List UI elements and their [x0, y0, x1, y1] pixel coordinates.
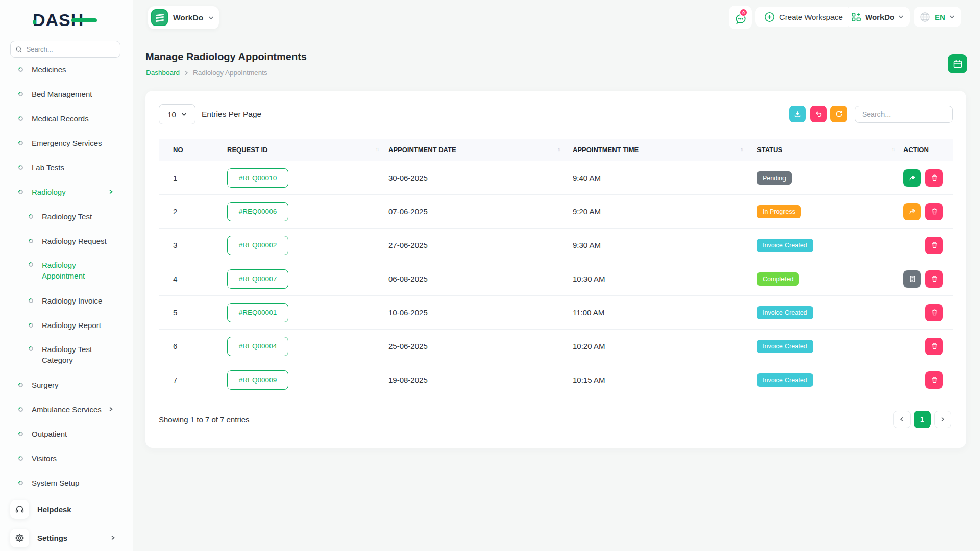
- sidebar-item-emergency-services[interactable]: Emergency Services: [0, 131, 133, 155]
- status-badge: Invoice Created: [757, 239, 813, 252]
- request-id-button[interactable]: #REQ00002: [227, 236, 288, 255]
- sort-icon: ↑↓: [740, 147, 743, 152]
- table-header-row: NO REQUEST ID↑↓ APPOINTMENT DATE↑↓ APPOI…: [159, 139, 953, 161]
- cell-appointment-time: 9:20 AM: [564, 194, 747, 228]
- request-id-button[interactable]: #REQ00004: [227, 337, 288, 356]
- sidebar-item-visitors[interactable]: Visitors: [0, 446, 133, 470]
- logo-bar: [71, 18, 97, 22]
- sidebar-item-radiology-test[interactable]: Radiology Test: [0, 204, 133, 229]
- create-workspace-button[interactable]: Create Workspace: [755, 7, 851, 27]
- delete-button[interactable]: [925, 169, 943, 187]
- col-header-appointment-time[interactable]: APPOINTMENT TIME↑↓: [564, 139, 747, 161]
- export-button[interactable]: [789, 106, 806, 122]
- breadcrumb-dashboard-link[interactable]: Dashboard: [146, 69, 180, 77]
- request-id-button[interactable]: #REQ00010: [227, 168, 288, 188]
- invoice-button[interactable]: [903, 270, 921, 288]
- refresh-icon: [835, 110, 843, 118]
- globe-icon: [920, 12, 930, 22]
- sidebar-item-radiology-request[interactable]: Radiology Request: [0, 229, 133, 253]
- cell-action: [898, 295, 953, 329]
- sidebar: DASH Medicines Bed Management Medical Re…: [0, 0, 133, 551]
- sidebar-item-radiology-report[interactable]: Radiology Report: [0, 313, 133, 337]
- cell-appointment-date: 25-06-2025: [382, 329, 564, 363]
- workspace-dropdown[interactable]: WorkDo: [846, 7, 910, 27]
- col-header-request-id[interactable]: REQUEST ID↑↓: [220, 139, 382, 161]
- sidebar-item-radiology[interactable]: Radiology: [0, 180, 133, 204]
- table-row: 2#REQ0000607-06-20259:20 AMIn Progress: [159, 194, 953, 228]
- refresh-button[interactable]: [830, 106, 847, 122]
- cell-status: Invoice Created: [747, 295, 898, 329]
- request-id-button[interactable]: #REQ00001: [227, 303, 288, 322]
- request-id-button[interactable]: #REQ00009: [227, 370, 288, 390]
- chevron-down-icon: [949, 15, 955, 19]
- take-action-button[interactable]: [903, 169, 921, 187]
- circle-icon: [17, 431, 24, 437]
- sidebar-item-system-setup[interactable]: System Setup: [0, 470, 133, 495]
- table-search-input[interactable]: [862, 110, 946, 118]
- delete-button[interactable]: [925, 270, 943, 288]
- cell-appointment-date: 30-06-2025: [382, 161, 564, 194]
- sidebar-search-input[interactable]: [27, 45, 115, 53]
- pagination-prev[interactable]: [893, 411, 911, 428]
- col-header-no[interactable]: NO: [159, 139, 220, 161]
- delete-button[interactable]: [925, 203, 943, 220]
- table-row: 1#REQ0001030-06-20259:40 AMPending: [159, 161, 953, 194]
- request-id-button[interactable]: #REQ00007: [227, 269, 288, 289]
- sidebar-item-radiology-test-category[interactable]: Radiology Test Category: [0, 337, 133, 372]
- reset-button[interactable]: [810, 106, 827, 122]
- download-icon: [794, 110, 801, 118]
- pagination-page-1[interactable]: 1: [914, 411, 931, 428]
- col-header-status[interactable]: STATUS↑↓: [747, 139, 898, 161]
- chevron-right-icon: [941, 417, 945, 422]
- sidebar-item-outpatient[interactable]: Outpatient: [0, 421, 133, 446]
- sidebar-item-medicines[interactable]: Medicines: [0, 57, 133, 82]
- sidebar-item-settings[interactable]: Settings: [0, 524, 133, 551]
- gear-icon: [15, 533, 24, 543]
- status-badge: Invoice Created: [757, 306, 813, 319]
- cell-status: Pending: [747, 161, 898, 194]
- sidebar-item-surgery[interactable]: Surgery: [0, 372, 133, 397]
- table-row: 4#REQ0000706-08-202510:30 AMCompleted: [159, 262, 953, 295]
- circle-icon: [17, 455, 24, 462]
- delete-button[interactable]: [925, 237, 943, 254]
- col-header-appointment-date[interactable]: APPOINTMENT DATE↑↓: [382, 139, 564, 161]
- circle-icon: [17, 91, 24, 97]
- forward-icon: [909, 174, 916, 182]
- sidebar-item-lab-tests[interactable]: Lab Tests: [0, 155, 133, 180]
- delete-button[interactable]: [925, 371, 943, 389]
- calendar-button[interactable]: [948, 54, 967, 73]
- sidebar-item-radiology-invoice[interactable]: Radiology Invoice: [0, 288, 133, 313]
- calendar-icon: [953, 59, 963, 69]
- cell-appointment-time: 10:15 AM: [564, 363, 747, 396]
- delete-button[interactable]: [925, 304, 943, 321]
- trash-icon: [930, 208, 938, 215]
- sidebar-item-medical-records[interactable]: Medical Records: [0, 106, 133, 131]
- take-action-button[interactable]: [903, 203, 921, 220]
- cell-appointment-date: 07-06-2025: [382, 194, 564, 228]
- table-row: 7#REQ0000919-08-202510:15 AMInvoice Crea…: [159, 363, 953, 396]
- sidebar-item-helpdesk[interactable]: Helpdesk: [0, 496, 133, 522]
- pagination-next[interactable]: [934, 411, 951, 428]
- cell-appointment-time: 10:30 AM: [564, 262, 747, 295]
- sidebar-item-radiology-appointment[interactable]: Radiology Appointment: [0, 253, 133, 288]
- cell-status: In Progress: [747, 194, 898, 228]
- cell-appointment-date: 06-08-2025: [382, 262, 564, 295]
- sidebar-item-ambulance-services[interactable]: Ambulance Services: [0, 397, 133, 421]
- delete-button[interactable]: [925, 338, 943, 355]
- trash-icon: [930, 275, 938, 283]
- workspace-chip[interactable]: WorkDo: [148, 6, 219, 29]
- circle-icon: [28, 322, 34, 329]
- appointments-table: NO REQUEST ID↑↓ APPOINTMENT DATE↑↓ APPOI…: [159, 139, 953, 396]
- chat-button[interactable]: 0: [729, 6, 752, 29]
- trash-icon: [930, 342, 938, 350]
- sidebar-item-bed-management[interactable]: Bed Management: [0, 82, 133, 106]
- brand-logo[interactable]: DASH: [33, 10, 104, 32]
- cell-action: [898, 262, 953, 295]
- table-search[interactable]: [855, 106, 953, 123]
- language-dropdown[interactable]: EN: [914, 7, 961, 27]
- circle-icon: [17, 406, 24, 413]
- entries-per-page-select[interactable]: 10: [159, 104, 195, 124]
- circle-icon: [17, 140, 24, 146]
- sidebar-search[interactable]: [10, 41, 120, 58]
- request-id-button[interactable]: #REQ00006: [227, 202, 288, 221]
